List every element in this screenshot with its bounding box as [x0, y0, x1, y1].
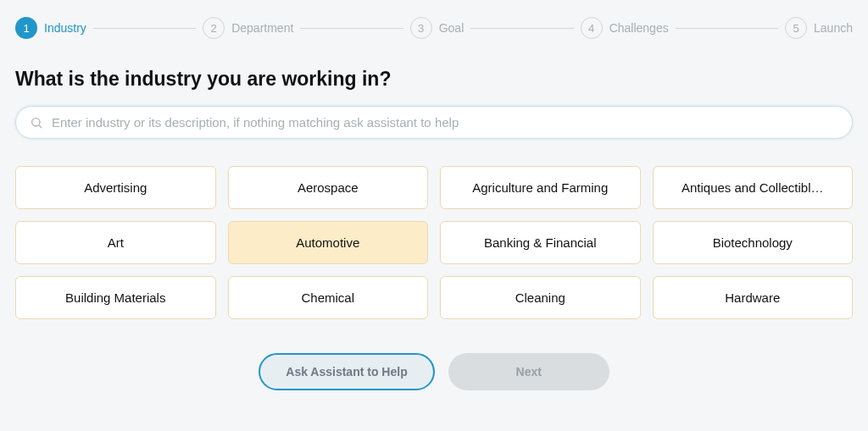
page-title: What is the industry you are working in?	[15, 68, 853, 91]
step-divider	[676, 28, 778, 29]
step-divider	[470, 28, 573, 29]
step-label: Goal	[439, 21, 465, 35]
search-input[interactable]	[52, 115, 838, 130]
industry-tile-building-materials[interactable]: Building Materials	[15, 276, 216, 319]
industry-tile-antiques[interactable]: Antiques and Collectibl…	[653, 166, 854, 209]
step-label: Department	[231, 21, 293, 35]
step-department[interactable]: 2 Department	[203, 17, 293, 39]
industry-tile-chemical[interactable]: Chemical	[228, 276, 429, 319]
next-button[interactable]: Next	[448, 353, 609, 390]
search-container[interactable]	[15, 106, 853, 139]
industry-tile-biotechnology[interactable]: Biotechnology	[653, 221, 854, 264]
search-icon	[30, 116, 43, 130]
ask-assistant-button[interactable]: Ask Assistant to Help	[259, 353, 434, 390]
step-label: Challenges	[609, 21, 669, 35]
tile-label: Automotive	[296, 235, 359, 250]
industry-tile-cleaning[interactable]: Cleaning	[440, 276, 641, 319]
stepper: 1 Industry 2 Department 3 Goal 4 Challen…	[15, 17, 853, 39]
step-industry[interactable]: 1 Industry	[15, 17, 86, 39]
step-number: 1	[15, 17, 37, 39]
step-launch[interactable]: 5 Launch	[785, 17, 853, 39]
step-label: Industry	[44, 21, 86, 35]
svg-point-0	[32, 118, 40, 125]
step-number: 5	[785, 17, 807, 39]
step-goal[interactable]: 3 Goal	[410, 17, 465, 39]
step-number: 2	[203, 17, 225, 39]
industry-tile-advertising[interactable]: Advertising	[15, 166, 216, 209]
industry-tile-banking[interactable]: Banking & Financial	[440, 221, 641, 264]
step-divider	[93, 28, 196, 29]
industry-tile-automotive[interactable]: Automotive Automotive	[228, 221, 429, 264]
step-label: Launch	[814, 21, 853, 35]
industry-tile-art[interactable]: Art	[15, 221, 216, 264]
step-divider	[300, 28, 403, 29]
step-challenges[interactable]: 4 Challenges	[581, 17, 669, 39]
svg-line-1	[39, 125, 42, 128]
industry-tile-agriculture[interactable]: Agriculture and Farming	[440, 166, 641, 209]
industry-tile-aerospace[interactable]: Aerospace	[228, 166, 429, 209]
step-number: 4	[581, 17, 603, 39]
industry-tile-hardware[interactable]: Hardware	[653, 276, 854, 319]
step-number: 3	[410, 17, 432, 39]
actions-row: Ask Assistant to Help Next	[15, 353, 853, 390]
industry-grid: Advertising Aerospace Agriculture and Fa…	[15, 166, 853, 319]
